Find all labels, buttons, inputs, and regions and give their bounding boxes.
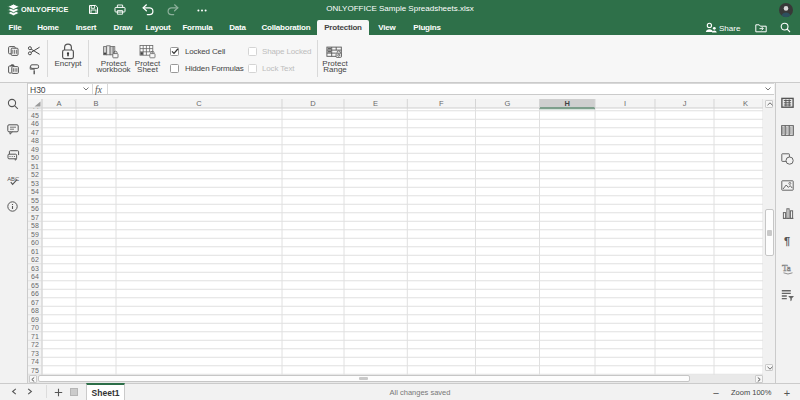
svg-text:60: 60 [31,239,39,246]
svg-text:H: H [564,99,569,108]
svg-text:Ta: Ta [782,263,791,273]
svg-text:62: 62 [31,256,39,263]
svg-text:57: 57 [31,213,39,220]
svg-text:45: 45 [31,111,39,118]
svg-text:48: 48 [31,137,39,144]
svg-text:59: 59 [31,230,39,237]
svg-text:K: K [743,99,748,108]
svg-text:63: 63 [31,264,39,271]
svg-text:74: 74 [31,358,39,365]
svg-text:E: E [373,99,378,108]
svg-text:67: 67 [31,298,39,305]
svg-text:D: D [310,99,316,108]
svg-text:69: 69 [31,315,39,322]
svg-text:B: B [93,99,98,108]
svg-text:F: F [439,99,444,108]
svg-text:46: 46 [31,120,39,127]
svg-text:52: 52 [31,171,39,178]
svg-text:54: 54 [31,188,39,195]
svg-text:72: 72 [31,341,39,348]
svg-text:65: 65 [31,281,39,288]
svg-text:I: I [624,99,626,108]
svg-text:70: 70 [31,324,39,331]
svg-text:C: C [196,99,202,108]
svg-text:A: A [56,99,61,108]
svg-text:51: 51 [31,162,39,169]
svg-text:68: 68 [31,307,39,314]
svg-text:50: 50 [31,154,39,161]
svg-text:55: 55 [31,196,39,203]
svg-text:71: 71 [31,332,39,339]
svg-text:J: J [683,99,687,108]
svg-text:56: 56 [31,205,39,212]
svg-text:73: 73 [31,349,39,356]
svg-text:66: 66 [31,290,39,297]
svg-text:61: 61 [31,247,39,254]
svg-text:ABC: ABC [7,176,19,182]
svg-text:75: 75 [31,366,39,373]
svg-text:47: 47 [31,128,39,135]
svg-text:49: 49 [31,145,39,152]
svg-text:53: 53 [31,179,39,186]
svg-text:G: G [505,99,511,108]
svg-text:58: 58 [31,222,39,229]
svg-text:64: 64 [31,273,39,280]
